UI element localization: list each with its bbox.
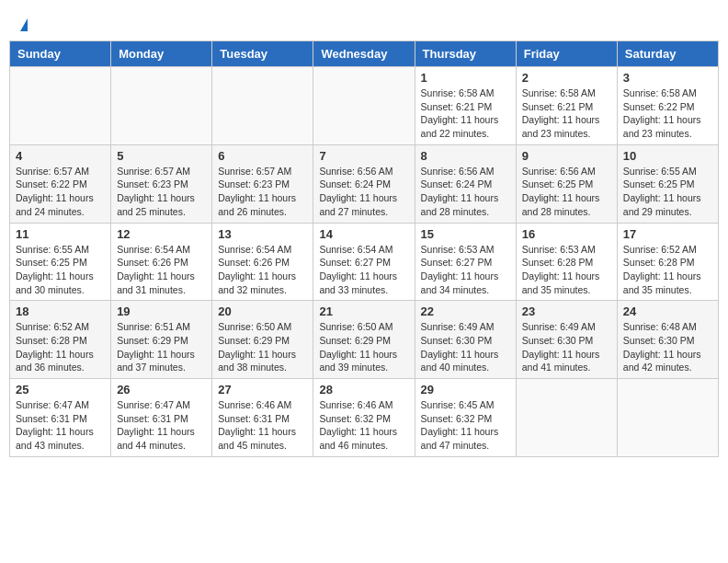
logo-triangle-icon	[20, 18, 28, 31]
calendar-cell: 13Sunrise: 6:54 AM Sunset: 6:26 PM Dayli…	[212, 223, 313, 301]
day-number: 21	[319, 304, 408, 318]
day-info: Sunrise: 6:58 AM Sunset: 6:21 PM Dayligh…	[421, 86, 510, 141]
calendar-cell: 2Sunrise: 6:58 AM Sunset: 6:21 PM Daylig…	[516, 67, 617, 145]
day-number: 10	[623, 149, 712, 163]
calendar-cell: 29Sunrise: 6:45 AM Sunset: 6:32 PM Dayli…	[415, 379, 516, 457]
day-info: Sunrise: 6:55 AM Sunset: 6:25 PM Dayligh…	[623, 165, 712, 219]
calendar-cell	[516, 379, 617, 457]
day-number: 3	[623, 71, 712, 85]
day-number: 4	[16, 149, 105, 163]
day-number: 14	[319, 227, 408, 241]
calendar-cell: 20Sunrise: 6:50 AM Sunset: 6:29 PM Dayli…	[212, 301, 313, 379]
day-info: Sunrise: 6:50 AM Sunset: 6:29 PM Dayligh…	[218, 320, 307, 374]
day-number: 5	[117, 149, 206, 163]
day-number: 25	[16, 383, 105, 396]
logo	[18, 18, 28, 31]
calendar-cell: 23Sunrise: 6:49 AM Sunset: 6:30 PM Dayli…	[516, 301, 617, 379]
day-info: Sunrise: 6:53 AM Sunset: 6:27 PM Dayligh…	[421, 243, 510, 297]
calendar-cell: 12Sunrise: 6:54 AM Sunset: 6:26 PM Dayli…	[111, 223, 212, 301]
day-number: 12	[117, 227, 206, 241]
calendar-cell: 6Sunrise: 6:57 AM Sunset: 6:23 PM Daylig…	[212, 144, 313, 223]
calendar-cell: 10Sunrise: 6:55 AM Sunset: 6:25 PM Dayli…	[617, 144, 718, 223]
day-number: 19	[117, 304, 206, 318]
calendar-cell: 15Sunrise: 6:53 AM Sunset: 6:27 PM Dayli…	[415, 223, 516, 301]
day-number: 6	[218, 149, 307, 163]
day-info: Sunrise: 6:56 AM Sunset: 6:24 PM Dayligh…	[421, 165, 510, 219]
calendar-cell	[313, 67, 415, 145]
day-info: Sunrise: 6:58 AM Sunset: 6:22 PM Dayligh…	[623, 86, 712, 141]
calendar-week-row: 18Sunrise: 6:52 AM Sunset: 6:28 PM Dayli…	[10, 301, 719, 379]
calendar-cell: 5Sunrise: 6:57 AM Sunset: 6:23 PM Daylig…	[111, 144, 212, 223]
day-info: Sunrise: 6:56 AM Sunset: 6:25 PM Dayligh…	[522, 165, 611, 219]
calendar-cell	[10, 67, 111, 145]
day-number: 24	[623, 304, 712, 318]
calendar-cell	[111, 67, 212, 145]
day-info: Sunrise: 6:57 AM Sunset: 6:22 PM Dayligh…	[16, 165, 105, 219]
day-number: 7	[319, 149, 408, 163]
day-info: Sunrise: 6:48 AM Sunset: 6:30 PM Dayligh…	[623, 320, 712, 374]
day-number: 9	[522, 149, 611, 163]
calendar-cell: 25Sunrise: 6:47 AM Sunset: 6:31 PM Dayli…	[10, 379, 111, 457]
day-number: 2	[522, 71, 611, 85]
calendar-header-row: SundayMondayTuesdayWednesdayThursdayFrid…	[10, 41, 719, 67]
day-info: Sunrise: 6:46 AM Sunset: 6:31 PM Dayligh…	[218, 398, 307, 453]
day-number: 17	[623, 227, 712, 241]
calendar-cell: 28Sunrise: 6:46 AM Sunset: 6:32 PM Dayli…	[313, 379, 415, 457]
calendar-cell: 24Sunrise: 6:48 AM Sunset: 6:30 PM Dayli…	[617, 301, 718, 379]
day-info: Sunrise: 6:51 AM Sunset: 6:29 PM Dayligh…	[117, 320, 206, 374]
calendar-cell: 1Sunrise: 6:58 AM Sunset: 6:21 PM Daylig…	[415, 67, 516, 145]
day-info: Sunrise: 6:55 AM Sunset: 6:25 PM Dayligh…	[16, 243, 105, 297]
day-number: 8	[421, 149, 510, 163]
calendar-cell: 11Sunrise: 6:55 AM Sunset: 6:25 PM Dayli…	[10, 223, 111, 301]
calendar-week-row: 11Sunrise: 6:55 AM Sunset: 6:25 PM Dayli…	[10, 223, 719, 301]
calendar-cell: 19Sunrise: 6:51 AM Sunset: 6:29 PM Dayli…	[111, 301, 212, 379]
column-header-monday: Monday	[111, 41, 212, 67]
calendar-cell	[617, 379, 718, 457]
calendar-week-row: 25Sunrise: 6:47 AM Sunset: 6:31 PM Dayli…	[10, 379, 719, 457]
column-header-friday: Friday	[516, 41, 617, 67]
day-number: 15	[421, 227, 510, 241]
day-number: 26	[117, 383, 206, 396]
calendar-cell: 17Sunrise: 6:52 AM Sunset: 6:28 PM Dayli…	[617, 223, 718, 301]
day-number: 16	[522, 227, 611, 241]
calendar-table: SundayMondayTuesdayWednesdayThursdayFrid…	[9, 40, 719, 457]
day-info: Sunrise: 6:56 AM Sunset: 6:24 PM Dayligh…	[319, 165, 408, 219]
day-number: 22	[421, 304, 510, 318]
day-number: 27	[218, 383, 307, 396]
day-info: Sunrise: 6:47 AM Sunset: 6:31 PM Dayligh…	[16, 398, 105, 453]
column-header-tuesday: Tuesday	[212, 41, 313, 67]
day-info: Sunrise: 6:53 AM Sunset: 6:28 PM Dayligh…	[522, 243, 611, 297]
day-number: 28	[319, 383, 408, 396]
header	[9, 9, 719, 36]
calendar-cell: 21Sunrise: 6:50 AM Sunset: 6:29 PM Dayli…	[313, 301, 415, 379]
column-header-saturday: Saturday	[617, 41, 718, 67]
calendar-cell: 4Sunrise: 6:57 AM Sunset: 6:22 PM Daylig…	[10, 144, 111, 223]
calendar-cell: 27Sunrise: 6:46 AM Sunset: 6:31 PM Dayli…	[212, 379, 313, 457]
day-number: 13	[218, 227, 307, 241]
calendar-cell: 9Sunrise: 6:56 AM Sunset: 6:25 PM Daylig…	[516, 144, 617, 223]
calendar-cell	[212, 67, 313, 145]
day-info: Sunrise: 6:52 AM Sunset: 6:28 PM Dayligh…	[16, 320, 105, 374]
day-info: Sunrise: 6:54 AM Sunset: 6:26 PM Dayligh…	[218, 243, 307, 297]
day-number: 20	[218, 304, 307, 318]
calendar-cell: 22Sunrise: 6:49 AM Sunset: 6:30 PM Dayli…	[415, 301, 516, 379]
day-info: Sunrise: 6:57 AM Sunset: 6:23 PM Dayligh…	[117, 165, 206, 219]
day-info: Sunrise: 6:47 AM Sunset: 6:31 PM Dayligh…	[117, 398, 206, 453]
day-info: Sunrise: 6:46 AM Sunset: 6:32 PM Dayligh…	[319, 398, 408, 453]
day-number: 11	[16, 227, 105, 241]
day-number: 18	[16, 304, 105, 318]
day-info: Sunrise: 6:58 AM Sunset: 6:21 PM Dayligh…	[522, 86, 611, 141]
day-info: Sunrise: 6:57 AM Sunset: 6:23 PM Dayligh…	[218, 165, 307, 219]
calendar-cell: 8Sunrise: 6:56 AM Sunset: 6:24 PM Daylig…	[415, 144, 516, 223]
calendar-cell: 7Sunrise: 6:56 AM Sunset: 6:24 PM Daylig…	[313, 144, 415, 223]
day-info: Sunrise: 6:52 AM Sunset: 6:28 PM Dayligh…	[623, 243, 712, 297]
calendar-week-row: 1Sunrise: 6:58 AM Sunset: 6:21 PM Daylig…	[10, 67, 719, 145]
day-info: Sunrise: 6:54 AM Sunset: 6:26 PM Dayligh…	[117, 243, 206, 297]
day-info: Sunrise: 6:45 AM Sunset: 6:32 PM Dayligh…	[421, 398, 510, 453]
calendar-week-row: 4Sunrise: 6:57 AM Sunset: 6:22 PM Daylig…	[10, 144, 719, 223]
column-header-sunday: Sunday	[10, 41, 111, 67]
day-info: Sunrise: 6:50 AM Sunset: 6:29 PM Dayligh…	[319, 320, 408, 374]
day-info: Sunrise: 6:54 AM Sunset: 6:27 PM Dayligh…	[319, 243, 408, 297]
calendar-cell: 16Sunrise: 6:53 AM Sunset: 6:28 PM Dayli…	[516, 223, 617, 301]
column-header-wednesday: Wednesday	[313, 41, 415, 67]
